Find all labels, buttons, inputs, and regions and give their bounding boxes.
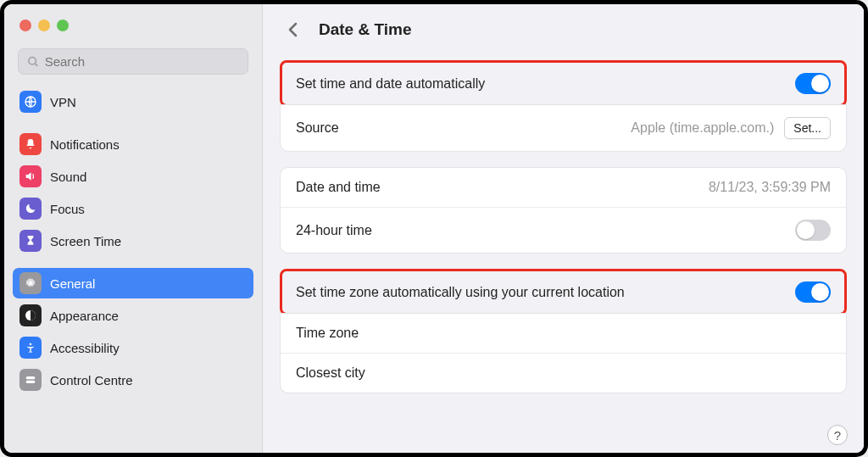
sidebar-item-control-centre[interactable]: Control Centre bbox=[13, 365, 253, 395]
section-date-time: Date and time 8/11/23, 3:59:39 PM 24-hou… bbox=[280, 167, 847, 254]
highlight-auto-timezone: Set time zone automatically using your c… bbox=[280, 269, 847, 315]
sidebar-item-notifications[interactable]: Notifications bbox=[13, 129, 253, 159]
main-content: Date & Time Set time and date automatica… bbox=[263, 4, 864, 453]
sidebar: VPN Notifications Sound Focus Scre bbox=[4, 4, 263, 453]
section-auto-time: Source Apple (time.apple.com.) Set... bbox=[280, 104, 847, 152]
back-button[interactable] bbox=[283, 20, 303, 40]
sidebar-item-screen-time[interactable]: Screen Time bbox=[13, 226, 253, 256]
fullscreen-window-button[interactable] bbox=[57, 20, 69, 31]
row-auto-time: Set time and date automatically bbox=[282, 63, 844, 104]
sidebar-item-label: Sound bbox=[50, 170, 86, 184]
sidebar-item-label: Notifications bbox=[50, 137, 120, 152]
sidebar-item-label: Accessibility bbox=[50, 341, 120, 355]
svg-line-1 bbox=[35, 63, 37, 65]
svg-point-5 bbox=[30, 343, 32, 346]
hour24-toggle[interactable] bbox=[795, 220, 831, 241]
row-timezone: Time zone bbox=[281, 314, 846, 354]
gear-icon bbox=[19, 272, 42, 294]
timezone-label: Time zone bbox=[296, 326, 359, 341]
search-box[interactable] bbox=[18, 48, 248, 75]
row-auto-timezone: Set time zone automatically using your c… bbox=[282, 271, 844, 313]
sidebar-item-focus[interactable]: Focus bbox=[13, 193, 253, 224]
window-controls bbox=[4, 11, 262, 48]
minimize-window-button[interactable] bbox=[38, 20, 50, 31]
toggle-knob bbox=[811, 75, 829, 92]
sidebar-item-appearance[interactable]: Appearance bbox=[13, 300, 253, 331]
auto-time-toggle[interactable] bbox=[795, 73, 831, 94]
city-label: Closest city bbox=[296, 365, 365, 381]
speaker-icon bbox=[19, 165, 42, 187]
row-date-time: Date and time 8/11/23, 3:59:39 PM bbox=[281, 168, 846, 208]
sidebar-item-vpn[interactable]: VPN bbox=[13, 86, 253, 117]
row-source: Source Apple (time.apple.com.) Set... bbox=[281, 105, 846, 151]
source-label: Source bbox=[296, 120, 339, 136]
sidebar-item-accessibility[interactable]: Accessibility bbox=[13, 332, 253, 363]
page-title: Date & Time bbox=[319, 20, 411, 39]
svg-rect-7 bbox=[26, 381, 36, 383]
header: Date & Time bbox=[280, 20, 847, 40]
set-source-button[interactable]: Set... bbox=[784, 117, 831, 139]
toggle-knob bbox=[797, 221, 815, 239]
globe-icon bbox=[19, 91, 42, 113]
row-24-hour: 24-hour time bbox=[281, 208, 846, 253]
bell-icon bbox=[19, 133, 42, 155]
moon-icon bbox=[19, 198, 42, 220]
toggles-icon bbox=[19, 369, 42, 391]
auto-time-label: Set time and date automatically bbox=[296, 76, 485, 92]
close-window-button[interactable] bbox=[19, 20, 31, 31]
hourglass-icon bbox=[19, 230, 42, 252]
help-button[interactable]: ? bbox=[827, 425, 848, 445]
sidebar-item-label: Screen Time bbox=[50, 234, 121, 248]
search-icon bbox=[27, 55, 40, 69]
svg-rect-6 bbox=[26, 376, 36, 379]
svg-point-0 bbox=[29, 57, 36, 64]
section-timezone: Time zone Closest city bbox=[280, 313, 847, 393]
row-closest-city: Closest city bbox=[281, 354, 846, 393]
sidebar-item-label: Appearance bbox=[50, 309, 119, 323]
sidebar-item-sound[interactable]: Sound bbox=[13, 161, 253, 192]
auto-tz-label: Set time zone automatically using your c… bbox=[296, 285, 625, 300]
date-time-label: Date and time bbox=[296, 180, 381, 195]
sidebar-item-general[interactable]: General bbox=[13, 268, 253, 298]
search-input[interactable] bbox=[45, 54, 239, 69]
sidebar-item-label: VPN bbox=[50, 95, 76, 109]
auto-timezone-toggle[interactable] bbox=[795, 281, 831, 303]
hour24-label: 24-hour time bbox=[296, 223, 372, 238]
person-icon bbox=[19, 337, 42, 359]
source-value: Apple (time.apple.com.) bbox=[631, 120, 774, 136]
sidebar-item-label: General bbox=[50, 276, 95, 291]
sidebar-item-label: Focus bbox=[50, 202, 85, 216]
sidebar-item-label: Control Centre bbox=[50, 373, 133, 387]
date-time-value: 8/11/23, 3:59:39 PM bbox=[709, 180, 831, 195]
highlight-auto-time: Set time and date automatically bbox=[280, 60, 847, 107]
toggle-knob bbox=[811, 283, 829, 301]
sidebar-list: VPN Notifications Sound Focus Scre bbox=[4, 86, 262, 453]
contrast-icon bbox=[19, 304, 42, 326]
